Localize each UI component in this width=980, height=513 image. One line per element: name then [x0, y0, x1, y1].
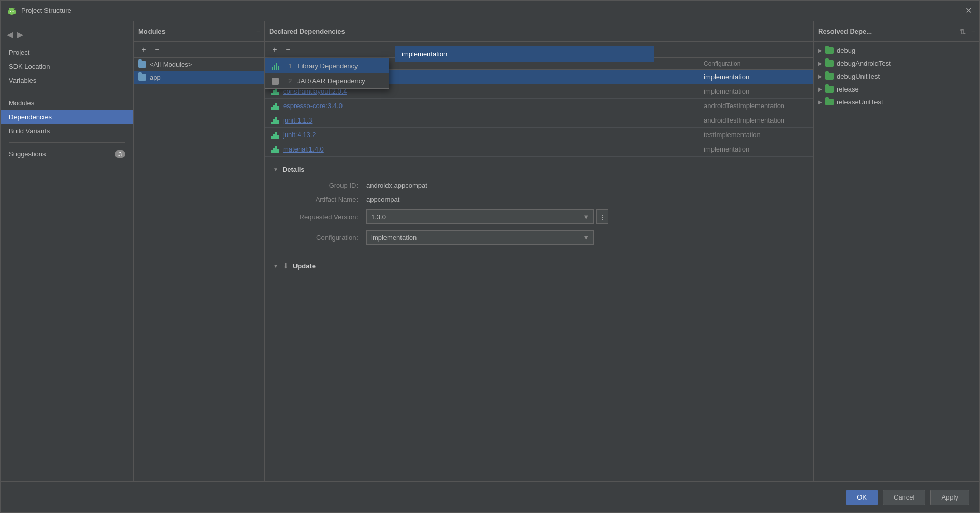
resolved-resize-button2[interactable]: −	[971, 27, 975, 36]
update-label: Update	[293, 262, 316, 270]
dep-icon-espresso	[271, 102, 279, 110]
resolved-panel-header: Resolved Depe... ⇅ −	[814, 21, 979, 42]
nav-forward-button[interactable]: ▶	[17, 29, 23, 39]
version-label: Requested Version:	[286, 213, 358, 221]
dep-add-button[interactable]: +	[269, 44, 280, 55]
module-label-app: app	[150, 73, 161, 81]
suggestions-badge: 3	[115, 150, 125, 158]
dep-config-header: Configuration	[704, 60, 807, 67]
config-label: Configuration:	[286, 234, 358, 242]
chevron-release-icon: ▶	[818, 86, 822, 92]
artifact-name-value: appcompat	[366, 195, 399, 203]
dep-name-espresso: espresso-core:3.4.0	[283, 102, 704, 110]
nav-arrows: ◀ ▶	[1, 29, 133, 46]
sidebar-item-modules[interactable]: Modules	[1, 96, 133, 110]
sidebar-item-build-variants[interactable]: Build Variants	[1, 124, 133, 138]
resolved-label-debugunittest: debugUnitTest	[837, 72, 880, 80]
details-title: Details	[283, 165, 305, 173]
option-num-1: 1	[289, 62, 292, 70]
resolved-label-releaseunittest: releaseUnitTest	[837, 98, 883, 106]
resolved-item-debugunittest[interactable]: ▶ debugUnitTest	[814, 70, 979, 83]
resolved-label-release: release	[837, 85, 859, 93]
sidebar-item-sdk-location[interactable]: SDK Location	[1, 59, 133, 73]
folder-debugunittest-icon	[825, 73, 834, 80]
group-id-label: Group ID:	[286, 182, 358, 189]
nav-back-button[interactable]: ◀	[7, 29, 13, 39]
apply-button[interactable]: Apply	[930, 490, 969, 505]
dep-row-espresso[interactable]: espresso-core:3.4.0 androidTestImplement…	[265, 99, 813, 113]
sidebar-divider-1	[9, 92, 125, 92]
dep-panel-title: Declared Dependencies	[269, 27, 809, 35]
update-section: ▼ ⬇ Update	[265, 253, 813, 278]
module-item-all[interactable]: <All Modules>	[134, 58, 264, 71]
dep-config-constraintlayout: implementation	[704, 87, 807, 95]
option-num-2: 2	[288, 77, 292, 85]
jar-dep-icon	[272, 78, 279, 85]
dialog-title: Project Structure	[21, 7, 71, 14]
dep-config-junit1: androidTestImplementation	[704, 116, 807, 124]
details-collapse-icon[interactable]: ▼	[273, 167, 278, 172]
version-extra-button[interactable]: ⋮	[596, 209, 608, 224]
resolved-label-debugandroidtest: debugAndroidTest	[837, 59, 891, 67]
folder-release-icon	[825, 86, 834, 93]
resolved-resize-button1[interactable]: ⇅	[960, 27, 966, 36]
cancel-button[interactable]: Cancel	[883, 490, 925, 505]
resolved-item-debug[interactable]: ▶ debug	[814, 44, 979, 57]
close-button[interactable]: ✕	[963, 6, 973, 16]
details-header: ▼ Details	[273, 165, 805, 173]
sidebar: ◀ ▶ Project SDK Location Variables Modul…	[1, 21, 134, 481]
dep-row-junit1[interactable]: junit:1.1.3 androidTestImplementation	[265, 113, 813, 128]
details-section: ▼ Details Group ID: androidx.appcompat A…	[265, 157, 813, 253]
svg-point-3	[13, 11, 14, 12]
resolved-item-debugandroidtest[interactable]: ▶ debugAndroidTest	[814, 57, 979, 70]
folder-debugandroidtest-icon	[825, 60, 834, 67]
version-select-container: 1.3.0 ▼ ⋮	[366, 209, 608, 224]
sidebar-item-dependencies[interactable]: Dependencies	[1, 110, 133, 124]
library-dep-label: Library Dependency	[298, 62, 358, 70]
chevron-debugunittest-icon: ▶	[818, 73, 822, 79]
svg-point-6	[9, 8, 14, 11]
modules-remove-button[interactable]: −	[152, 44, 163, 55]
version-select-arrow-icon: ▼	[583, 213, 589, 221]
library-dep-icon	[272, 63, 279, 70]
dep-library-option[interactable]: 1 Library Dependency	[265, 58, 389, 73]
sidebar-item-suggestions[interactable]: Suggestions 3	[1, 147, 133, 161]
dep-icon-junit4	[271, 131, 279, 139]
app-icon	[7, 6, 17, 16]
ok-button[interactable]: OK	[846, 490, 878, 505]
modules-resize-button[interactable]: −	[256, 27, 260, 36]
update-collapse-icon[interactable]: ▼	[273, 263, 278, 269]
sidebar-item-project[interactable]: Project	[1, 46, 133, 59]
dep-row-material[interactable]: material:1.4.0 implementation	[265, 142, 813, 157]
dep-row-junit4[interactable]: junit:4.13.2 testImplementation	[265, 128, 813, 142]
sidebar-divider-2	[9, 142, 125, 143]
resolved-item-release[interactable]: ▶ release	[814, 83, 979, 96]
module-item-app[interactable]: app	[134, 71, 264, 84]
config-select-arrow-icon: ▼	[583, 234, 589, 242]
details-form: Group ID: androidx.appcompat Artifact Na…	[273, 182, 805, 245]
resolved-list: ▶ debug ▶ debugAndroidTest ▶ debugUnitTe…	[814, 42, 979, 481]
modules-add-button[interactable]: +	[138, 44, 150, 55]
config-select-value: implementation	[371, 234, 583, 242]
dep-name-material: material:1.4.0	[283, 145, 704, 153]
form-row-artifact: Artifact Name: appcompat	[286, 195, 805, 203]
resolved-item-releaseunittest[interactable]: ▶ releaseUnitTest	[814, 96, 979, 109]
main-content: ◀ ▶ Project SDK Location Variables Modul…	[1, 21, 979, 481]
dep-jar-option[interactable]: 2 JAR/AAR Dependency	[265, 73, 389, 88]
project-structure-dialog: Project Structure ✕ ◀ ▶ Project SDK Loca…	[0, 0, 980, 513]
resolved-label-debug: debug	[837, 47, 855, 54]
dep-config-espresso: androidTestImplementation	[704, 102, 807, 110]
dep-icon-junit1	[271, 117, 279, 124]
version-select[interactable]: 1.3.0 ▼	[366, 209, 594, 224]
jar-dep-label: JAR/AAR Dependency	[297, 77, 365, 85]
sidebar-item-variables[interactable]: Variables	[1, 73, 133, 87]
dep-config-junit4: testImplementation	[704, 131, 807, 139]
modules-panel-title: Modules	[138, 27, 251, 35]
modules-toolbar: + −	[134, 42, 264, 58]
dep-remove-button[interactable]: −	[283, 44, 294, 55]
folder-debug-icon	[825, 47, 834, 54]
version-select-value: 1.3.0	[371, 213, 583, 221]
config-select[interactable]: implementation ▼	[366, 230, 594, 245]
module-label-all: <All Modules>	[150, 61, 192, 68]
bottom-bar: OK Cancel Apply	[1, 481, 979, 512]
